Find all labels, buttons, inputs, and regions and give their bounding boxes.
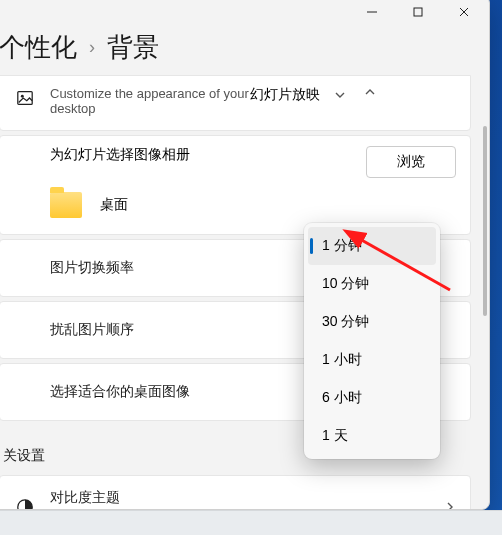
close-icon xyxy=(459,7,469,17)
album-folder-item[interactable]: 桌面 xyxy=(14,178,456,220)
collapse-button[interactable] xyxy=(364,86,376,98)
interval-option[interactable]: 1 小时 xyxy=(308,341,436,379)
picture-icon xyxy=(14,86,36,107)
interval-dropdown: 1 分钟10 分钟30 分钟1 小时6 小时1 天 xyxy=(304,223,440,459)
window-maximize-button[interactable] xyxy=(395,0,441,28)
window-titlebar xyxy=(0,0,489,28)
folder-icon xyxy=(50,192,82,218)
chevron-right-icon: › xyxy=(87,37,97,58)
chevron-right-icon xyxy=(444,501,456,509)
album-folder-name: 桌面 xyxy=(100,196,128,214)
background-mode-value: 幻灯片放映 xyxy=(250,86,320,104)
window-close-button[interactable] xyxy=(441,0,487,28)
taskbar xyxy=(0,510,502,535)
contrast-icon xyxy=(14,498,36,509)
background-mode-label: Customize the appearance of your desktop xyxy=(50,86,250,116)
maximize-icon xyxy=(413,7,423,17)
interval-option[interactable]: 1 天 xyxy=(308,417,436,455)
contrast-theme-row[interactable]: 对比度主题 弱势彩色主题、光敏度 xyxy=(0,475,471,509)
album-label: 为幻灯片选择图像相册 xyxy=(50,146,366,164)
browse-button[interactable]: 浏览 xyxy=(366,146,456,178)
interval-option[interactable]: 6 小时 xyxy=(308,379,436,417)
background-mode-select[interactable]: 幻灯片放映 xyxy=(250,86,346,104)
contrast-title: 对比度主题 xyxy=(50,489,120,505)
window-minimize-button[interactable] xyxy=(349,0,395,28)
chevron-down-icon xyxy=(334,89,346,101)
album-card: 为幻灯片选择图像相册 浏览 桌面 xyxy=(0,135,471,235)
background-mode-card: Customize the appearance of your desktop… xyxy=(0,75,471,131)
minimize-icon xyxy=(367,7,377,17)
interval-option[interactable]: 10 分钟 xyxy=(308,265,436,303)
interval-option[interactable]: 30 分钟 xyxy=(308,303,436,341)
svg-point-5 xyxy=(21,95,24,98)
breadcrumb-current: 背景 xyxy=(107,30,159,65)
breadcrumb: 个性化 › 背景 xyxy=(0,28,489,75)
contrast-subtitle: 弱势彩色主题、光敏度 xyxy=(50,509,444,510)
breadcrumb-parent[interactable]: 个性化 xyxy=(0,30,77,65)
svg-rect-1 xyxy=(414,8,422,16)
scrollbar[interactable] xyxy=(481,56,487,479)
interval-option[interactable]: 1 分钟 xyxy=(308,227,436,265)
